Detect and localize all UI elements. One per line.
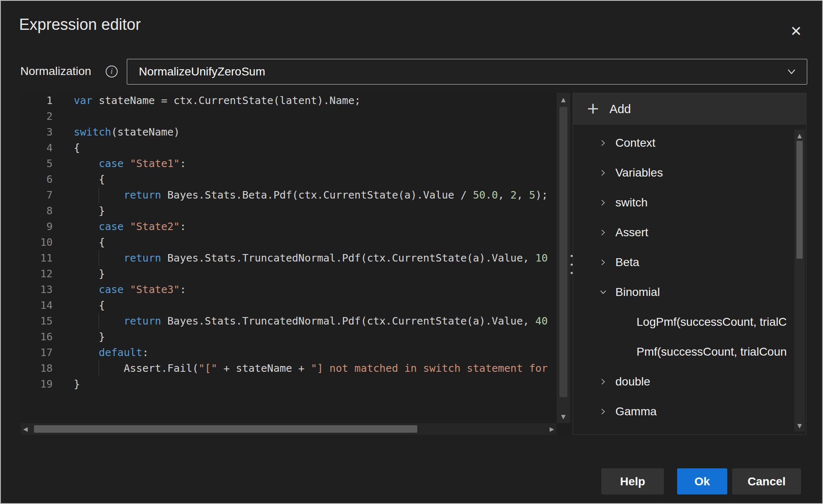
close-button[interactable]: ✕ <box>785 20 807 42</box>
code-text: } <box>74 329 105 345</box>
code-line[interactable]: 16 } <box>21 329 557 345</box>
tree-item-gamma[interactable]: Gamma <box>573 397 795 426</box>
tree-item-label: Assert <box>615 226 648 239</box>
help-button[interactable]: Help <box>601 468 664 494</box>
code-text: case "State1": <box>74 156 186 172</box>
editor-horizontal-scrollbar[interactable]: ◀ ▶ <box>21 423 557 435</box>
tree-item-pmf-successcount-trialcoun[interactable]: Pmf(successCount, trialCoun <box>573 337 795 367</box>
tree-item-label: Variables <box>615 166 663 179</box>
code-line[interactable]: 18 Assert.Fail("[" + stateName + "] not … <box>21 361 557 376</box>
ok-button[interactable]: Ok <box>677 468 727 494</box>
chevron-right-icon[interactable] <box>599 407 608 416</box>
tree-item-switch[interactable]: switch <box>573 188 795 218</box>
line-number: 10 <box>21 235 53 250</box>
chevron-right-icon[interactable] <box>599 139 608 148</box>
info-icon-glyph: i <box>111 67 113 76</box>
code-line[interactable]: 10 { <box>21 235 557 250</box>
line-number: 16 <box>21 329 53 345</box>
code-text: return Bayes.Stats.TruncatedNormal.Pdf(c… <box>74 250 548 266</box>
panel-scroll-thumb[interactable] <box>796 141 803 259</box>
tree-item-label: LogPmf(successCount, trialC <box>637 315 787 329</box>
line-number: 11 <box>21 250 53 266</box>
normalization-dropdown[interactable]: NormalizeUnifyZeroSum <box>127 59 807 85</box>
chevron-right-icon[interactable] <box>599 378 608 386</box>
tree-item-label: Beta <box>615 256 639 269</box>
line-number: 6 <box>21 172 53 187</box>
tree-item-variables[interactable]: Variables <box>573 158 795 188</box>
line-number: 7 <box>21 187 53 203</box>
code-line[interactable]: 14 { <box>21 298 557 313</box>
code-line[interactable]: 9 case "State2": <box>21 219 557 235</box>
line-number: 3 <box>21 124 53 140</box>
close-icon: ✕ <box>790 23 802 39</box>
code-line[interactable]: 5 case "State1": <box>21 156 557 172</box>
code-line[interactable]: 4{ <box>21 140 557 156</box>
dropdown-value: NormalizeUnifyZeroSum <box>139 65 785 78</box>
line-number: 9 <box>21 219 53 235</box>
code-line[interactable]: 12 } <box>21 266 557 282</box>
chevron-down-icon[interactable] <box>599 288 608 297</box>
tree-item-binomial[interactable]: Binomial <box>573 277 795 307</box>
code-line[interactable]: 6 { <box>21 172 557 187</box>
code-line[interactable]: 2 <box>21 109 557 124</box>
chevron-right-icon[interactable] <box>599 169 608 177</box>
scroll-right-icon[interactable]: ▶ <box>549 426 554 432</box>
vertical-scroll-thumb[interactable] <box>559 107 567 397</box>
editor-vertical-scrollbar[interactable]: ▲ ▼ <box>557 93 570 423</box>
tree-item-label: double <box>615 375 650 388</box>
tree-item-label: Context <box>615 136 656 150</box>
chevron-right-icon[interactable] <box>599 228 608 237</box>
scroll-down-icon[interactable]: ▼ <box>794 423 805 429</box>
scroll-left-icon[interactable]: ◀ <box>23 426 28 432</box>
code-text: case "State3": <box>74 282 186 298</box>
code-text: return Bayes.Stats.TruncatedNormal.Pdf(c… <box>74 313 548 329</box>
code-text: return Bayes.Stats.Beta.Pdf(ctx.CurrentS… <box>74 187 548 203</box>
cancel-button[interactable]: Cancel <box>732 468 801 494</box>
scroll-up-icon[interactable]: ▲ <box>557 97 570 102</box>
code-viewport[interactable]: 1var stateName = ctx.CurrentState(latent… <box>21 93 557 423</box>
plus-icon: + <box>586 100 600 116</box>
line-number: 18 <box>21 361 53 376</box>
code-editor[interactable]: 1var stateName = ctx.CurrentState(latent… <box>21 93 570 435</box>
add-label: Add <box>610 102 631 116</box>
code-text: switch(stateName) <box>74 124 180 140</box>
code-text: { <box>74 140 80 156</box>
code-line[interactable]: 17 default: <box>21 345 557 361</box>
scroll-down-icon[interactable]: ▼ <box>557 414 570 419</box>
normalization-label: Normalization <box>20 65 91 78</box>
line-number: 2 <box>21 109 53 124</box>
code-text: { <box>74 298 105 313</box>
code-line[interactable]: 7 return Bayes.Stats.Beta.Pdf(ctx.Curren… <box>21 187 557 203</box>
code-line[interactable]: 15 return Bayes.Stats.TruncatedNormal.Pd… <box>21 313 557 329</box>
add-button[interactable]: + Add <box>573 93 806 125</box>
line-number: 12 <box>21 266 53 282</box>
line-number: 14 <box>21 298 53 313</box>
code-text: { <box>74 235 105 250</box>
horizontal-scroll-thumb[interactable] <box>34 425 417 433</box>
tree-item-context[interactable]: Context <box>573 128 795 158</box>
code-line[interactable]: 19} <box>21 376 557 392</box>
code-line[interactable]: 8 } <box>21 203 557 219</box>
code-text: default: <box>74 345 149 361</box>
tree-item-label: switch <box>615 196 648 209</box>
code-text: Assert.Fail("[" + stateName + "] not mat… <box>74 361 548 376</box>
line-number: 19 <box>21 376 53 392</box>
code-line[interactable]: 3switch(stateName) <box>21 124 557 140</box>
code-line[interactable]: 11 return Bayes.Stats.TruncatedNormal.Pd… <box>21 250 557 266</box>
chevron-right-icon[interactable] <box>599 199 608 207</box>
scroll-up-icon[interactable]: ▲ <box>794 133 805 138</box>
tree-item-label: Binomial <box>615 286 660 299</box>
tree-item-beta[interactable]: Beta <box>573 247 795 277</box>
tree-item-assert[interactable]: Assert <box>573 218 795 247</box>
tree-item-logpmf-successcount-trialc[interactable]: LogPmf(successCount, trialC <box>573 307 795 337</box>
function-tree: ContextVariablesswitchAssertBetaBinomial… <box>573 128 795 434</box>
code-text: { <box>74 172 105 187</box>
code-text: } <box>74 203 105 219</box>
tree-item-double[interactable]: double <box>573 367 795 397</box>
tree-item-label: Pmf(successCount, trialCoun <box>637 345 787 359</box>
code-line[interactable]: 13 case "State3": <box>21 282 557 298</box>
chevron-right-icon[interactable] <box>599 258 608 267</box>
code-line[interactable]: 1var stateName = ctx.CurrentState(latent… <box>21 93 557 109</box>
panel-scrollbar[interactable]: ▲ ▼ <box>794 130 805 431</box>
info-icon[interactable]: i <box>106 65 118 78</box>
